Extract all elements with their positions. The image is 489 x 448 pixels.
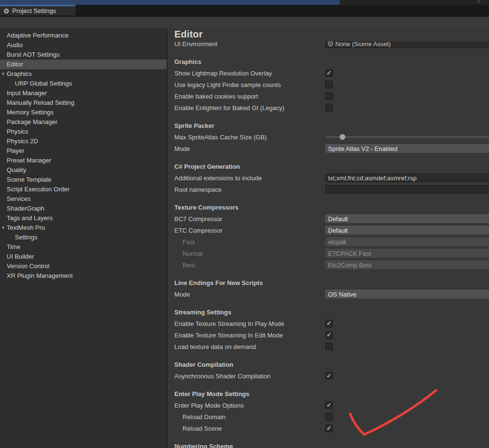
- checkbox-reload-domain[interactable]: [325, 413, 333, 421]
- sidebar-item-label: Script Execution Order: [7, 186, 70, 193]
- sidebar-item-label: Tags and Layers: [7, 214, 52, 222]
- dropdown-etc-compressor[interactable]: Default: [325, 226, 489, 235]
- checkbox-reload-scene[interactable]: ✓: [325, 424, 333, 432]
- object-field-value: None (Scene Asset): [335, 41, 391, 48]
- object-field-ui-environment[interactable]: None (Scene Asset): [325, 41, 489, 48]
- settings-sidebar: Adaptive PerformanceAudioBurst AOT Setti…: [0, 28, 167, 448]
- sidebar-item-label: Manually Reload Setting: [7, 99, 74, 106]
- section-title: Streaming Settings: [168, 309, 482, 316]
- settings-row: Use legacy Light Probe sample counts: [168, 79, 489, 90]
- sidebar-item-services[interactable]: Services: [0, 194, 167, 204]
- checkbox-use-legacy-light-probe-sample-counts[interactable]: [325, 81, 333, 88]
- sidebar-item-label: Settings: [15, 234, 37, 241]
- sidebar-item-label: TextMesh Pro: [7, 224, 45, 231]
- sidebar-item-time[interactable]: Time: [0, 242, 167, 252]
- field-control: [325, 79, 489, 90]
- field-control: [325, 184, 489, 195]
- section-title: Shader Compilation: [168, 361, 482, 368]
- field-label: Best: [168, 261, 325, 269]
- sidebar-item-label: Services: [7, 195, 31, 202]
- field-control: ✓: [325, 370, 489, 382]
- sidebar-item-script-execution-order[interactable]: Script Execution Order: [0, 185, 167, 194]
- field-label: Enable Texture Streaming In Edit Mode: [168, 332, 325, 339]
- slider-max-spriteatlas-cache-size-gb[interactable]: [325, 131, 489, 143]
- dropdown-mode[interactable]: Sprite Atlas V2 - Enabled: [325, 144, 489, 153]
- section-header-row: Shader Compilation: [168, 359, 489, 370]
- settings-row: ModeOS Native: [168, 288, 489, 300]
- sidebar-item-burst-aot-settings[interactable]: Burst AOT Settings: [0, 50, 167, 60]
- sidebar-item-tags-and-layers[interactable]: Tags and Layers: [0, 213, 167, 223]
- checkbox-show-lightmap-resolution-overlay[interactable]: ✓: [325, 69, 333, 77]
- checkbox-enable-texture-streaming-in-play-mode[interactable]: ✓: [325, 320, 333, 327]
- sidebar-item-memory-settings[interactable]: Memory Settings: [0, 108, 167, 117]
- sidebar-item-textmesh-pro[interactable]: ▼TextMesh Pro: [0, 223, 167, 233]
- sidebar-item-label: Adaptive Performance: [7, 32, 69, 39]
- text-input-additional-extensions-to-include[interactable]: txt;xml;fnt;cd;asmdef;asmref;rsp: [325, 174, 489, 182]
- sidebar-item-version-control[interactable]: Version Control: [0, 261, 167, 271]
- sidebar-item-input-manager[interactable]: Input Manager: [0, 88, 167, 98]
- scene-asset-icon: [328, 41, 333, 47]
- field-control: Sprite Atlas V2 - Enabled: [325, 143, 489, 154]
- title-bar-fragment: [477, 0, 480, 3]
- tab-project-settings[interactable]: ⚙ Project Settings: [0, 5, 75, 15]
- section-title: Numbering Scheme: [168, 443, 482, 448]
- slider-track: [325, 137, 489, 137]
- settings-scroll-area[interactable]: UI EnvironmentNone (Scene Asset)Graphics…: [168, 41, 489, 448]
- settings-row: BC7 CompressorDefault: [168, 213, 489, 224]
- sidebar-item-package-manager[interactable]: Package Manager: [0, 117, 167, 127]
- sidebar-item-adaptive-performance[interactable]: Adaptive Performance: [0, 31, 167, 40]
- sidebar-item-label: XR Plugin Management: [7, 272, 73, 279]
- expander-triangle-icon[interactable]: ▼: [1, 223, 5, 233]
- checkbox-enter-play-mode-options[interactable]: ✓: [325, 401, 333, 409]
- field-control: [325, 90, 489, 102]
- section-header-row: Sprite Packer: [168, 120, 489, 131]
- panel-header: Editor: [168, 28, 489, 41]
- text-input-root-namespace[interactable]: [325, 185, 489, 194]
- section-title: Enter Play Mode Settings: [168, 390, 482, 398]
- sidebar-item-manually-reload-setting[interactable]: Manually Reload Setting: [0, 98, 167, 108]
- expander-triangle-icon[interactable]: ▼: [1, 69, 5, 79]
- field-label: Normal: [168, 250, 325, 257]
- field-label: ETC Compressor: [168, 227, 325, 234]
- sidebar-item-ui-builder[interactable]: UI Builder: [0, 252, 167, 261]
- sidebar-item-audio[interactable]: Audio: [0, 40, 167, 50]
- sidebar-item-scene-template[interactable]: Scene Template: [0, 175, 167, 185]
- checkbox-enable-texture-streaming-in-edit-mode[interactable]: ✓: [325, 331, 333, 339]
- field-label: Enable Texture Streaming In Play Mode: [168, 320, 325, 327]
- field-control: [325, 411, 489, 423]
- sidebar-item-quality[interactable]: Quality: [0, 165, 167, 175]
- dropdown-mode[interactable]: OS Native: [325, 290, 489, 299]
- settings-row: Max SpriteAtlas Cache Size (GB): [168, 131, 489, 143]
- checkbox-enable-baked-cookies-support[interactable]: [325, 92, 333, 100]
- sidebar-item-xr-plugin-management[interactable]: XR Plugin Management: [0, 271, 167, 281]
- checkbox-enable-enlighten-for-baked-gi-legacy[interactable]: [325, 104, 333, 112]
- sidebar-item-label: Quality: [7, 166, 26, 174]
- section-title: C# Project Generation: [168, 163, 482, 170]
- sidebar-item-graphics[interactable]: ▼Graphics: [0, 69, 167, 79]
- sidebar-item-label: Audio: [7, 41, 23, 49]
- checkbox-asynchronous-shader-compilation[interactable]: ✓: [325, 372, 333, 380]
- settings-row: UI EnvironmentNone (Scene Asset): [168, 41, 489, 50]
- field-label: BC7 Compressor: [168, 215, 325, 223]
- slider-handle[interactable]: [340, 134, 345, 140]
- sidebar-item-physics[interactable]: Physics: [0, 127, 167, 137]
- dropdown-bc7-compressor[interactable]: Default: [325, 214, 489, 223]
- field-label: Additional extensions to include: [168, 174, 325, 182]
- sidebar-item-label: Time: [7, 243, 20, 250]
- sidebar-item-editor[interactable]: Editor: [0, 60, 167, 69]
- field-label: Enter Play Mode Options: [168, 402, 325, 409]
- settings-row: Show Lightmap Resolution Overlay✓: [168, 67, 489, 79]
- sidebar-item-shadergraph[interactable]: ShaderGraph: [0, 204, 167, 213]
- sidebar-item-settings[interactable]: Settings: [0, 233, 167, 242]
- gear-icon: ⚙: [3, 8, 10, 14]
- sidebar-item-physics-2d[interactable]: Physics 2D: [0, 137, 167, 146]
- field-control: Default: [325, 213, 489, 224]
- sidebar-item-player[interactable]: Player: [0, 146, 167, 156]
- sidebar-item-label: Player: [7, 147, 24, 154]
- sidebar-item-preset-manager[interactable]: Preset Manager: [0, 156, 167, 165]
- section-header-row: Texture Compressors: [168, 201, 489, 213]
- sidebar-item-urp-global-settings[interactable]: URP Global Settings: [0, 79, 167, 88]
- checkbox-load-texture-data-on-demand[interactable]: [325, 343, 333, 350]
- settings-row: Load texture data on demand: [168, 341, 489, 352]
- sidebar-item-label: Package Manager: [7, 118, 58, 125]
